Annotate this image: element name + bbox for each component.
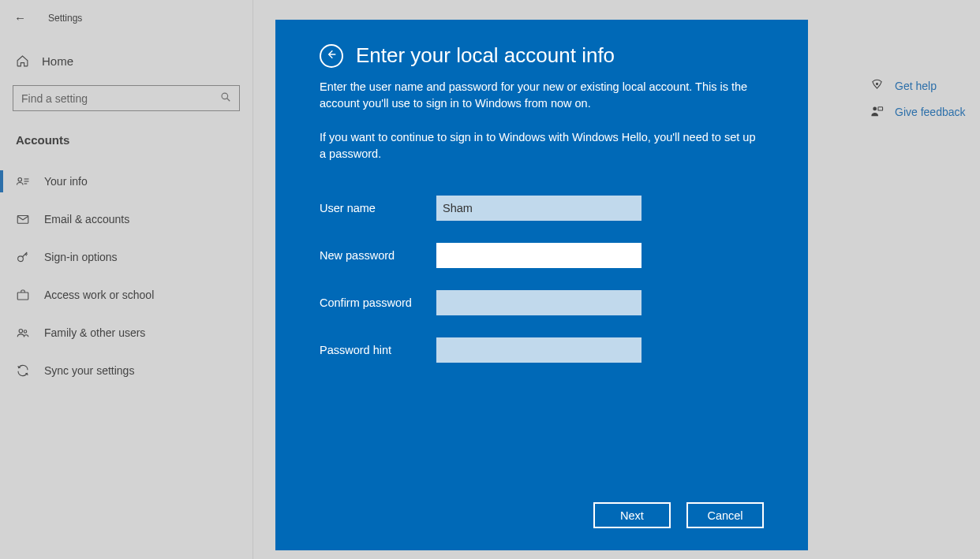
sidebar-item-label: Family & other users (44, 326, 145, 339)
svg-point-0 (222, 93, 228, 99)
password-hint-label: Password hint (320, 344, 436, 356)
local-account-modal: Enter your local account info Enter the … (275, 20, 808, 550)
briefcase-icon (16, 288, 30, 302)
sidebar-item-label: Sync your settings (44, 364, 134, 377)
feedback-icon (870, 105, 884, 118)
confirm-password-label: Confirm password (320, 296, 436, 309)
username-label: User name (320, 202, 436, 214)
search-input[interactable]: Find a setting (13, 85, 240, 111)
sync-icon (16, 363, 30, 378)
sidebar-item-label: Access work or school (44, 289, 154, 301)
settings-sidebar: ← Settings Home Find a setting Accounts (0, 0, 252, 559)
svg-line-1 (227, 99, 230, 102)
modal-description: Enter the user name and password for you… (320, 79, 764, 180)
key-icon (16, 250, 30, 264)
modal-para2: If you want to continue to sign in to Wi… (320, 129, 761, 162)
sidebar-item-your-info[interactable]: Your info (0, 162, 252, 200)
new-password-label: New password (320, 249, 436, 262)
home-icon (16, 54, 29, 68)
sidebar-section-title: Accounts (0, 111, 252, 162)
sidebar-home-label: Home (42, 54, 73, 68)
sidebar-item-access-work-school[interactable]: Access work or school (0, 276, 252, 314)
people-icon (16, 326, 30, 340)
get-help-link[interactable]: Get help (870, 79, 966, 92)
sidebar-item-sync-settings[interactable]: Sync your settings (0, 352, 252, 389)
back-button[interactable] (320, 44, 343, 68)
sidebar-item-family-other-users[interactable]: Family & other users (0, 314, 252, 352)
back-arrow-icon (325, 48, 338, 64)
search-icon (220, 91, 231, 105)
svg-point-2 (18, 178, 22, 182)
svg-rect-8 (17, 293, 28, 300)
sidebar-item-signin-options[interactable]: Sign-in options (0, 238, 252, 276)
person-card-icon (16, 174, 30, 188)
local-account-form: User name New password Confirm password … (320, 196, 764, 385)
sidebar-item-label: Your info (44, 175, 88, 188)
sidebar-item-label: Sign-in options (44, 251, 118, 263)
svg-point-9 (19, 330, 23, 334)
password-hint-input[interactable] (436, 337, 641, 363)
sidebar-item-email-accounts[interactable]: Email & accounts (0, 200, 252, 238)
window-title: Settings (48, 13, 82, 24)
cancel-button[interactable]: Cancel (686, 502, 764, 528)
svg-point-10 (24, 330, 26, 333)
svg-point-12 (873, 107, 877, 111)
confirm-password-input[interactable] (436, 290, 641, 315)
svg-rect-13 (878, 107, 883, 110)
titlebar: ← Settings (0, 0, 252, 35)
sidebar-home[interactable]: Home (0, 47, 252, 76)
next-button[interactable]: Next (593, 502, 671, 528)
modal-title: Enter your local account info (356, 43, 615, 68)
search-placeholder: Find a setting (21, 92, 88, 105)
give-feedback-link[interactable]: Give feedback (870, 105, 966, 118)
help-icon (870, 79, 884, 92)
svg-point-11 (877, 83, 878, 84)
modal-para1: Enter the user name and password for you… (320, 79, 761, 112)
give-feedback-label[interactable]: Give feedback (895, 106, 966, 118)
get-help-label[interactable]: Get help (895, 80, 937, 92)
new-password-input[interactable] (436, 243, 641, 268)
mail-icon (16, 212, 30, 226)
back-arrow-icon[interactable]: ← (14, 11, 26, 24)
username-input[interactable] (436, 196, 641, 221)
sidebar-item-label: Email & accounts (44, 213, 129, 225)
